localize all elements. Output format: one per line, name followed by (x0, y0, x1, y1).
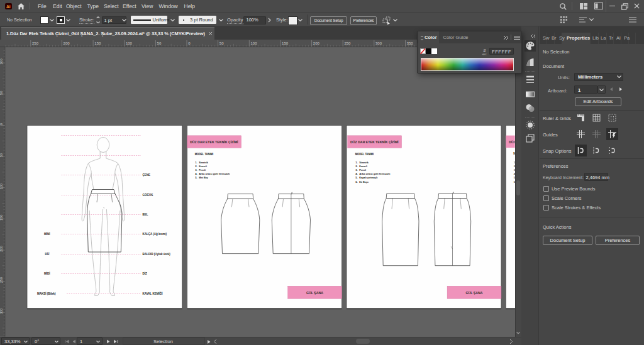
svg-text:2.: 2. (195, 165, 197, 168)
svg-text:200: 200 (64, 41, 70, 45)
svg-text:Kapalı yırtmaçlı: Kapalı yırtmaçlı (359, 176, 377, 179)
svg-text:100: 100 (0, 183, 3, 189)
svg-text:Diz Boyu: Diz Boyu (359, 180, 369, 183)
svg-text:Simetrik: Simetrik (359, 161, 369, 164)
svg-text:0: 0 (0, 123, 3, 125)
svg-text:3.: 3. (195, 168, 197, 172)
svg-text:MODEL TANIMI: MODEL TANIMI (195, 153, 213, 156)
svg-text:KALÇA (Ağ kısmı): KALÇA (Ağ kısmı) (143, 233, 167, 236)
svg-text:Mini Boy: Mini Boy (199, 176, 208, 179)
svg-text:4.: 4. (355, 172, 358, 175)
svg-text:50: 50 (0, 91, 3, 95)
svg-text:200: 200 (0, 246, 3, 251)
svg-text:1.: 1. (355, 161, 358, 164)
svg-text:ÇENE: ÇENE (143, 173, 151, 177)
svg-text:Kemerli: Kemerli (359, 165, 367, 168)
svg-text:Pensli: Pensli (199, 168, 206, 172)
svg-text:BALDIR (Uyluk üstü): BALDIR (Uyluk üstü) (143, 253, 171, 256)
svg-text:MİNİ: MİNİ (44, 232, 50, 236)
svg-text:DÜZ DAR ETEK TEKNİK ÇİZİMİ: DÜZ DAR ETEK TEKNİK ÇİZİMİ (350, 140, 399, 144)
svg-text:300: 300 (375, 41, 382, 45)
svg-text:150: 150 (0, 215, 3, 221)
svg-text:6.: 6. (355, 180, 358, 183)
svg-text:50: 50 (0, 153, 3, 157)
svg-text:Pensli: Pensli (359, 168, 366, 172)
svg-text:200: 200 (313, 41, 320, 45)
svg-text:1.: 1. (195, 161, 197, 164)
svg-text:BEL: BEL (143, 213, 148, 216)
svg-text:4.: 4. (195, 172, 197, 175)
svg-text:250: 250 (32, 41, 39, 45)
svg-text:KAVAL KEMİĞİ: KAVAL KEMİĞİ (143, 291, 163, 295)
svg-text:300: 300 (0, 309, 3, 314)
svg-text:100: 100 (126, 41, 133, 45)
svg-text:MAKSİ (Bilek): MAKSİ (Bilek) (37, 292, 56, 295)
svg-text:100: 100 (251, 41, 258, 45)
svg-text:5.: 5. (355, 176, 358, 179)
svg-text:350: 350 (407, 41, 414, 45)
svg-text:Arka ortası gizli fermuarlı: Arka ortası gizli fermuarlı (199, 172, 230, 175)
svg-text:DİZ: DİZ (45, 252, 50, 256)
svg-text:100: 100 (0, 58, 3, 64)
svg-text:5.: 5. (195, 176, 197, 179)
svg-text:GÖĞÜS: GÖĞÜS (143, 192, 153, 197)
svg-text:GÜL ŞANA: GÜL ŞANA (306, 291, 324, 295)
svg-text:250: 250 (344, 41, 351, 45)
svg-text:50: 50 (157, 41, 162, 45)
svg-text:250: 250 (0, 277, 3, 283)
svg-text:50: 50 (219, 41, 224, 45)
svg-text:150: 150 (282, 41, 289, 45)
svg-text:MİDİ: MİDİ (44, 271, 50, 275)
svg-text:MODEL TANIMI: MODEL TANIMI (355, 153, 374, 156)
svg-text:DÜZ DAR ETEK TEKNİK ÇİZİMİ: DÜZ DAR ETEK TEKNİK ÇİZİMİ (190, 140, 238, 144)
svg-text:150: 150 (94, 41, 101, 45)
svg-text:3.: 3. (355, 168, 358, 172)
svg-text:Simetrik: Simetrik (199, 161, 208, 164)
svg-text:Kemerli: Kemerli (199, 165, 207, 168)
svg-text:Arka ortası gizli fermuarlı: Arka ortası gizli fermuarlı (359, 172, 390, 175)
svg-text:DİZ: DİZ (143, 271, 148, 275)
svg-text:2.: 2. (355, 165, 358, 168)
svg-text:GÜL ŞANA: GÜL ŞANA (465, 291, 483, 295)
